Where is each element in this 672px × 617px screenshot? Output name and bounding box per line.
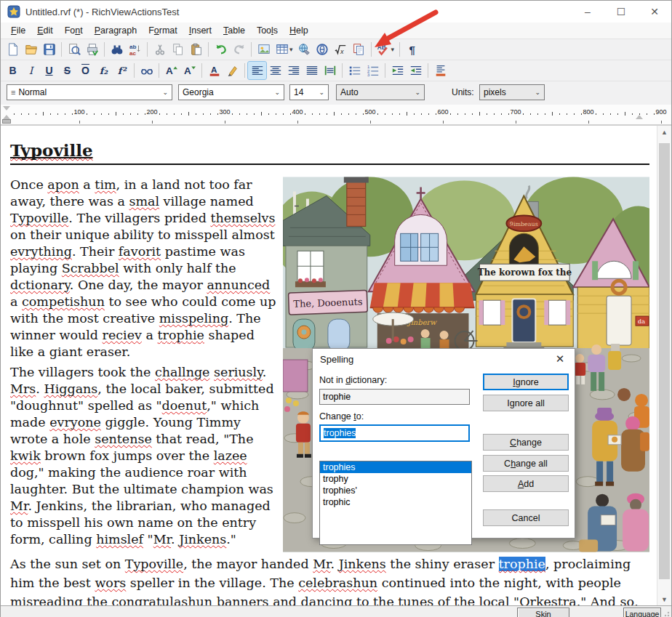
scrollbar-thumb[interactable]	[659, 143, 670, 579]
shrink-font-icon[interactable]: A	[180, 62, 199, 79]
svg-text:9imbeaus: 9imbeaus	[510, 221, 538, 227]
italic-button[interactable]: I	[22, 62, 40, 79]
change-all-button[interactable]: Change all	[483, 455, 569, 472]
style-combo[interactable]: ≡ Normal⌄	[7, 84, 172, 100]
resize-grip[interactable]	[661, 611, 670, 617]
bold-button[interactable]: B	[4, 62, 22, 79]
find-icon[interactable]	[108, 41, 126, 58]
font-combo[interactable]: Georgia⌄	[178, 84, 284, 100]
suggestion-item[interactable]: trophy	[320, 473, 471, 485]
svg-text:3: 3	[367, 73, 369, 77]
strikethrough-button[interactable]: S	[58, 62, 76, 79]
replace-icon[interactable]: abac	[126, 41, 144, 58]
suggestions-list[interactable]: trophiestrophytrophies'trophic	[319, 461, 472, 545]
menu-format[interactable]: Format	[143, 24, 183, 37]
maximize-button[interactable]: ☐	[604, 1, 638, 23]
spell-check-dropdown-icon[interactable]: ▾	[391, 46, 395, 53]
paragraph-shading-icon[interactable]	[431, 62, 449, 79]
scroll-down-icon[interactable]: ▼	[657, 593, 671, 605]
insert-table-icon[interactable]	[273, 41, 291, 58]
ruler-label-400: 400	[292, 108, 303, 116]
first-line-indent-marker[interactable]	[3, 106, 10, 110]
insert-hyperlink-icon[interactable]	[295, 41, 313, 58]
glasses-icon[interactable]	[137, 62, 156, 79]
indent-icon[interactable]	[407, 62, 425, 79]
font-color-icon[interactable]: A	[205, 62, 223, 79]
align-center-icon[interactable]	[266, 62, 284, 79]
font-size-combo[interactable]: 14⌄	[289, 84, 329, 100]
menu-edit[interactable]: Edit	[31, 24, 59, 37]
scroll-up-icon[interactable]: ▲	[657, 126, 671, 138]
align-right-icon[interactable]	[284, 62, 303, 79]
ruler-label-800: 800	[583, 108, 593, 116]
ignore-button[interactable]: Ignore	[483, 374, 569, 390]
vertical-scrollbar[interactable]: ▲ ▼	[657, 126, 671, 605]
applied-style-combo[interactable]: Auto⌄	[336, 84, 425, 100]
svg-text:x: x	[340, 48, 344, 55]
outdent-icon[interactable]	[388, 62, 407, 79]
print-preview-icon[interactable]	[65, 41, 83, 58]
menu-help[interactable]: Help	[284, 24, 314, 37]
spell-check-icon[interactable]: AB	[375, 41, 393, 58]
cut-icon[interactable]	[151, 41, 169, 58]
save-file-icon[interactable]	[40, 41, 58, 58]
redo-icon[interactable]	[230, 41, 248, 58]
right-indent-marker[interactable]	[636, 115, 643, 119]
insert-document-icon[interactable]	[350, 41, 368, 58]
formatting-marks-icon[interactable]: ¶	[403, 41, 421, 58]
cancel-button[interactable]: Cancel	[483, 509, 569, 526]
ruler-label-900: 900	[655, 108, 666, 116]
highlight-icon[interactable]	[223, 62, 241, 79]
insert-symbol-icon[interactable]	[313, 41, 332, 58]
insert-table-dropdown-icon[interactable]: ▾	[289, 46, 293, 53]
dialog-close-icon[interactable]: ✕	[545, 349, 575, 369]
change-to-field[interactable]: trophies	[319, 424, 470, 442]
close-button[interactable]: ✕	[638, 1, 671, 23]
language-button[interactable]: Language	[623, 608, 661, 617]
fit-width-icon[interactable]	[321, 62, 339, 79]
svg-text:A: A	[165, 65, 172, 76]
subscript-button[interactable]: f₂	[95, 62, 113, 79]
superscript-button[interactable]: f²	[113, 62, 131, 79]
ruler-label-500: 500	[364, 108, 375, 116]
underline-button[interactable]: U	[40, 62, 58, 79]
undo-icon[interactable]	[212, 41, 230, 58]
align-justify-icon[interactable]	[303, 62, 321, 79]
ruler-label-100: 100	[73, 108, 84, 116]
menu-paragraph[interactable]: Paragraph	[89, 24, 143, 37]
dialog-title-bar[interactable]: Spelling ✕	[313, 349, 575, 369]
skin-button[interactable]: Skin	[517, 608, 569, 617]
menu-tools[interactable]: Tools	[251, 24, 284, 37]
menu-font[interactable]: Font	[59, 24, 89, 37]
ruler-label-300: 300	[219, 108, 230, 116]
units-label: Units:	[452, 87, 474, 97]
paste-icon[interactable]	[187, 41, 205, 58]
new-document-icon[interactable]	[4, 41, 22, 58]
bullet-list-icon[interactable]	[345, 62, 364, 79]
app-window: Untitled.rvf (*) - RichViewActionsTest –…	[0, 0, 672, 617]
paragraph-2: The villagers took the challnge seriusly…	[10, 364, 276, 548]
overline-button[interactable]: O	[76, 62, 95, 79]
numbered-list-icon[interactable]: 123	[364, 62, 382, 79]
format-bar: ≡ Normal⌄ Georgia⌄ 14⌄ Auto⌄ Units: pixe…	[1, 81, 671, 105]
suggestion-item[interactable]: trophies	[320, 461, 471, 473]
left-margin-marker[interactable]	[2, 119, 11, 124]
units-combo[interactable]: pixels⌄	[479, 84, 545, 100]
insert-image-icon[interactable]	[255, 41, 273, 58]
suggestion-item[interactable]: trophies'	[320, 485, 471, 496]
change-button[interactable]: Change	[483, 434, 569, 451]
align-left-icon[interactable]	[248, 62, 266, 79]
suggestion-item[interactable]: trophic	[320, 496, 471, 508]
menu-file[interactable]: File	[5, 24, 31, 37]
grow-font-icon[interactable]: A	[162, 62, 180, 79]
menu-table[interactable]: Table	[217, 24, 251, 37]
add-button[interactable]: Add	[483, 475, 569, 492]
not-in-dictionary-field[interactable]: trophie	[319, 389, 470, 405]
open-file-icon[interactable]	[22, 41, 40, 58]
print-icon[interactable]	[83, 41, 101, 58]
menu-insert[interactable]: Insert	[183, 24, 217, 37]
ignore-all-button[interactable]: Ignore all	[483, 395, 569, 411]
insert-equation-icon[interactable]: x	[332, 41, 350, 58]
copy-icon[interactable]	[169, 41, 187, 58]
minimize-button[interactable]: –	[571, 1, 604, 23]
